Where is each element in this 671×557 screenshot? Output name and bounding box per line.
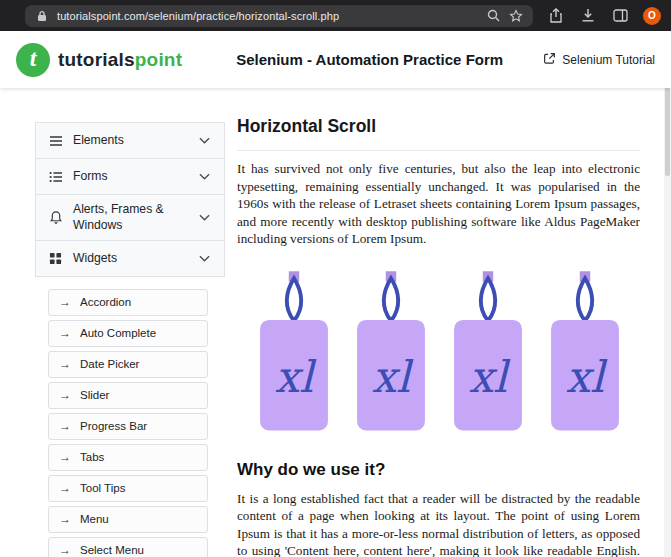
sidebar-item-accordion[interactable]: → Accordion	[48, 289, 208, 316]
url-bar[interactable]: tutorialspoint.com/selenium/practice/hor…	[25, 5, 533, 27]
arrow-right-icon: →	[59, 388, 71, 402]
brand-text: tutorialspoint	[58, 49, 182, 71]
sidebar-item-label: Accordion	[80, 296, 131, 308]
content-title: Horizontal Scroll	[237, 116, 640, 151]
hamburger-icon	[48, 135, 63, 147]
arrow-right-icon: →	[59, 481, 71, 495]
bell-icon	[48, 210, 63, 225]
price-tag-icon: xl	[545, 260, 625, 446]
sidebar-section-elements[interactable]: Elements	[35, 122, 225, 159]
page-scrollbar[interactable]	[664, 31, 671, 557]
zoom-icon[interactable]	[485, 8, 501, 24]
sidebar-item-progress-bar[interactable]: → Progress Bar	[48, 413, 208, 440]
sidebar-item-label: Menu	[80, 513, 109, 525]
arrow-right-icon: →	[59, 326, 71, 340]
download-icon[interactable]	[579, 7, 597, 25]
xl-tags-image: xl xl xl xl	[237, 260, 640, 446]
arrow-right-icon: →	[59, 450, 71, 464]
sidebar: Elements Forms Alerts, Frames & Windows	[35, 122, 225, 557]
arrow-right-icon: →	[59, 357, 71, 371]
sidebar-item-tabs[interactable]: → Tabs	[48, 444, 208, 471]
section-label: Alerts, Frames & Windows	[73, 201, 187, 234]
sidebar-item-select-menu[interactable]: → Select Menu	[48, 537, 208, 557]
arrow-right-icon: →	[59, 512, 71, 526]
logo-icon: t	[16, 43, 50, 77]
brand-text-bold: tutorials	[58, 49, 135, 70]
brand-text-green: point	[135, 49, 182, 70]
section-label: Forms	[73, 168, 187, 184]
sidebar-section-widgets[interactable]: Widgets	[35, 240, 225, 277]
intro-paragraph: It has survived not only five centuries,…	[237, 160, 640, 248]
chevron-down-icon	[197, 214, 212, 221]
selenium-tutorial-link[interactable]: Selenium Tutorial	[543, 52, 655, 68]
sidebar-section-forms[interactable]: Forms	[35, 158, 225, 195]
chevron-down-icon	[197, 173, 212, 180]
chrome-actions: O	[547, 7, 661, 25]
url-text: tutorialspoint.com/selenium/practice/hor…	[57, 10, 478, 22]
browser-window: tutorialspoint.com/selenium/practice/hor…	[0, 0, 671, 557]
sidebar-item-label: Date Picker	[80, 358, 139, 370]
sidebar-item-label: Progress Bar	[80, 420, 147, 432]
chevron-down-icon	[197, 137, 212, 144]
tag-label: xl	[275, 352, 318, 402]
tag-label: xl	[372, 352, 415, 402]
price-tag-icon: xl	[254, 260, 334, 446]
sidebar-item-label: Tabs	[80, 451, 104, 463]
tutorial-link-label: Selenium Tutorial	[562, 53, 655, 67]
section-label: Elements	[73, 132, 187, 148]
grid-icon	[48, 252, 63, 265]
lock-icon	[34, 8, 50, 24]
arrow-right-icon: →	[59, 543, 71, 557]
price-tag-icon: xl	[351, 260, 431, 446]
arrow-right-icon: →	[59, 295, 71, 309]
browser-chrome: tutorialspoint.com/selenium/practice/hor…	[0, 0, 671, 31]
sidebar-item-date-picker[interactable]: → Date Picker	[48, 351, 208, 378]
section-title: Why do we use it?	[237, 460, 640, 480]
sidebar-section-alerts-frames-windows[interactable]: Alerts, Frames & Windows	[35, 194, 225, 241]
site-header: t tutorialspoint Selenium - Automation P…	[0, 31, 671, 88]
widgets-submenu: → Accordion → Auto Complete → Date Picke…	[48, 289, 208, 557]
sidebar-item-label: Slider	[80, 389, 109, 401]
tag-label: xl	[566, 352, 609, 402]
tutorialspoint-logo[interactable]: t tutorialspoint	[16, 43, 226, 77]
sidebar-item-tool-tips[interactable]: → Tool Tips	[48, 475, 208, 502]
sidebar-item-label: Select Menu	[80, 544, 144, 556]
share-icon[interactable]	[547, 7, 565, 25]
profile-avatar[interactable]: O	[643, 7, 661, 25]
chevron-down-icon	[197, 255, 212, 262]
bookmark-star-icon[interactable]	[508, 8, 524, 24]
price-tag-icon: xl	[448, 260, 528, 446]
sidebar-item-label: Auto Complete	[80, 327, 156, 339]
section-label: Widgets	[73, 250, 187, 266]
list-icon	[48, 171, 63, 183]
tag-label: xl	[469, 352, 512, 402]
sidebar-item-label: Tool Tips	[80, 482, 125, 494]
page-title: Selenium - Automation Practice Form	[226, 51, 543, 68]
body-paragraph: It is a long established fact that a rea…	[237, 490, 640, 557]
main-content: Horizontal Scroll It has survived not on…	[237, 116, 640, 557]
sidebar-item-auto-complete[interactable]: → Auto Complete	[48, 320, 208, 347]
sidebar-item-menu[interactable]: → Menu	[48, 506, 208, 533]
external-link-icon	[543, 52, 556, 68]
side-panel-icon[interactable]	[611, 7, 629, 25]
arrow-right-icon: →	[59, 419, 71, 433]
sidebar-item-slider[interactable]: → Slider	[48, 382, 208, 409]
